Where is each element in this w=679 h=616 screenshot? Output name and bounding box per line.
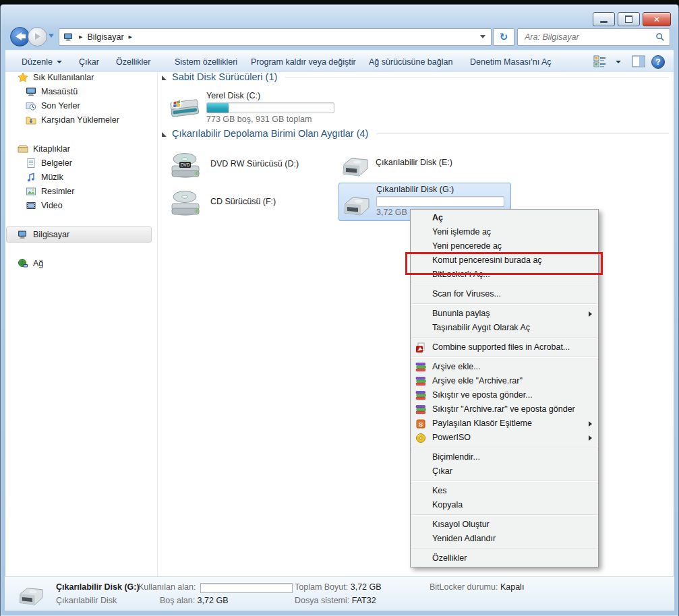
winrar-icon [415,404,426,415]
status-free-label: Boş alan: [160,596,195,605]
pictures-icon [26,186,36,197]
sidebar-item-label: Karşıdan Yüklemeler [41,115,119,125]
drive-details: 773 GB boş, 931 GB toplam [206,115,312,124]
collapse-triangle-icon [162,75,167,80]
status-used-label: Kullanılan alan: [138,582,196,592]
status-total-value: 3,72 GB [351,582,382,592]
status-bitlocker-label: BitLocker durumu: [430,582,498,592]
status-used-bar [200,583,293,593]
capacity-bar-g [376,196,504,207]
breadcrumb-item-computer[interactable]: Bilgisayar [87,32,123,42]
menu-item-ac[interactable]: Aç [411,211,598,225]
menu-item-kisayol-olustur[interactable]: Kısayol Oluştur [411,518,598,532]
menu-item-bununla-paylas[interactable]: Bununla paylaş [411,307,598,321]
svg-text:S: S [419,421,423,428]
status-free-value: 3,72 GB [198,596,229,605]
drive-details: 3,72 GB [376,208,407,217]
sidebar-item-label: Video [41,201,63,210]
back-button[interactable] [10,27,30,47]
minimize-button[interactable] [593,12,615,26]
maximize-icon [625,16,632,23]
maximize-button[interactable] [618,12,640,26]
menu-item-arsive-ekle[interactable]: Arşive ekle... [411,360,598,374]
winrar-icon [415,376,426,387]
preview-pane-icon[interactable] [632,55,645,67]
group-title: Sabit Disk Sürücüleri (1) [172,71,277,82]
forward-arrow-icon [35,33,40,40]
menu-item-kes[interactable]: Kes [411,484,598,498]
status-fs-value: FAT32 [352,596,376,605]
refresh-button[interactable]: ↻ [493,28,514,46]
menu-item-tasinabilir-aygit[interactable]: Taşınabilir Aygıt Olarak Aç [411,321,598,335]
search-box [517,28,670,46]
close-icon: ✕ [653,15,660,24]
menu-item-yeniden-adlandir[interactable]: Yeniden Adlandır [411,532,598,546]
removable-disk-icon [341,156,370,178]
sidebar-item-desktop[interactable]: Masaüstü [26,84,78,98]
views-dropdown-icon[interactable] [616,61,621,63]
poweriso-icon [415,433,426,443]
forward-button[interactable] [28,27,47,47]
svg-text:DVD: DVD [181,162,190,167]
toolbar-sistem-ozellikleri[interactable]: Sistem özellikleri [171,51,241,73]
sidebar-item-recent-places[interactable]: Son Yerler [26,98,80,113]
menu-item-cikar[interactable]: Çıkar [411,464,598,479]
sidebar-item-downloads[interactable]: Karşıdan Yüklemeler [26,113,119,127]
video-icon [26,200,36,211]
views-icon[interactable] [593,55,606,68]
minimize-icon [600,21,608,23]
status-drive-type: Çıkarılabilir Disk [56,596,117,605]
capacity-bar-fill [207,103,229,113]
group-header-removable[interactable]: Çıkarılabilir Depolama Birimi Olan Aygıt… [162,128,669,139]
group-header-hard-disks[interactable]: Sabit Disk Sürücüleri (1) [162,71,669,82]
menu-item-paylasilan-klasor[interactable]: S Paylaşılan Klasör Eşitleme [411,417,598,431]
breadcrumb-arrow-icon: ▶ [129,34,132,40]
menu-item-yeni-pencerede-ac[interactable]: Yeni pencerede aç [411,239,598,253]
sidebar-item-label: Ağ [33,259,43,268]
acrobat-icon [415,342,426,353]
computer-icon [63,32,74,42]
sidebar-item-label: Belgeler [41,158,72,168]
status-fs-label: Dosya sistemi: [295,596,349,605]
sidebar-item-pictures[interactable]: Resimler [26,184,74,198]
drive-name: CD Sürücüsü (F:) [210,197,276,206]
sidebar-item-music[interactable]: Müzik [26,170,63,184]
downloads-icon [26,115,36,125]
menu-item-ozellikler[interactable]: Özellikler [411,551,598,565]
menu-item-sikistir-rar-eposta[interactable]: Sıkıştır "Archive.rar" ve eposta gönder [411,402,598,417]
capacity-bar-c [206,102,334,113]
toolbar-program-kaldir[interactable]: Program kaldır veya değiştir [247,51,360,73]
submenu-arrow-icon [589,435,592,441]
address-dropdown-icon[interactable] [480,35,485,38]
menu-item-kopyala[interactable]: Kopyala [411,498,598,512]
search-icon [655,32,665,42]
help-icon[interactable]: ? [651,55,665,69]
menu-item-bicimlendir[interactable]: Biçimlendir... [411,450,598,464]
sidebar-item-videos[interactable]: Video [26,198,63,212]
menu-item-poweriso[interactable]: PowerISO [411,431,598,445]
breadcrumb-arrow-icon: ▶ [79,34,82,40]
sidebar-item-computer[interactable]: Bilgisayar [18,227,69,241]
cd-drive-icon [167,186,204,220]
star-icon [18,72,28,83]
breadcrumb[interactable]: ▶ Bilgisayar ▶ [59,28,492,46]
recent-pages-dropdown[interactable] [49,34,54,38]
menu-item-arsive-ekle-rar[interactable]: Arşive ekle "Archive.rar" [411,374,598,388]
sidebar-item-label: Resimler [41,187,74,196]
toolbar-denetim-masasi[interactable]: Denetim Masası'nı Aç [466,51,556,73]
menu-item-yeni-islemde-ac[interactable]: Yeni işlemde aç [411,225,598,239]
sidebar-section-libraries[interactable]: Kitaplıklar [18,142,70,156]
menu-item-combine-acrobat[interactable]: Combine supported files in Acrobat... [411,340,598,355]
toolbar-ozellikler[interactable]: Özellikler [112,51,154,73]
menu-item-sikistir-eposta[interactable]: Sıkıştır ve eposta gönder... [411,388,598,402]
close-button[interactable]: ✕ [643,12,671,26]
sidebar-section-favorites[interactable]: Sık Kullanılanlar [18,70,94,84]
removable-disk-icon [342,195,372,217]
menu-separator [412,447,597,448]
group-header-line [285,77,669,78]
sidebar-item-network[interactable]: Ağ [18,256,43,270]
toolbar-ag-surucusu[interactable]: Ağ sürücüsüne bağlan [365,51,456,73]
menu-item-scan-for-viruses[interactable]: Scan for Viruses... [411,287,598,301]
sidebar-item-documents[interactable]: Belgeler [26,156,72,170]
search-input[interactable] [523,30,645,44]
